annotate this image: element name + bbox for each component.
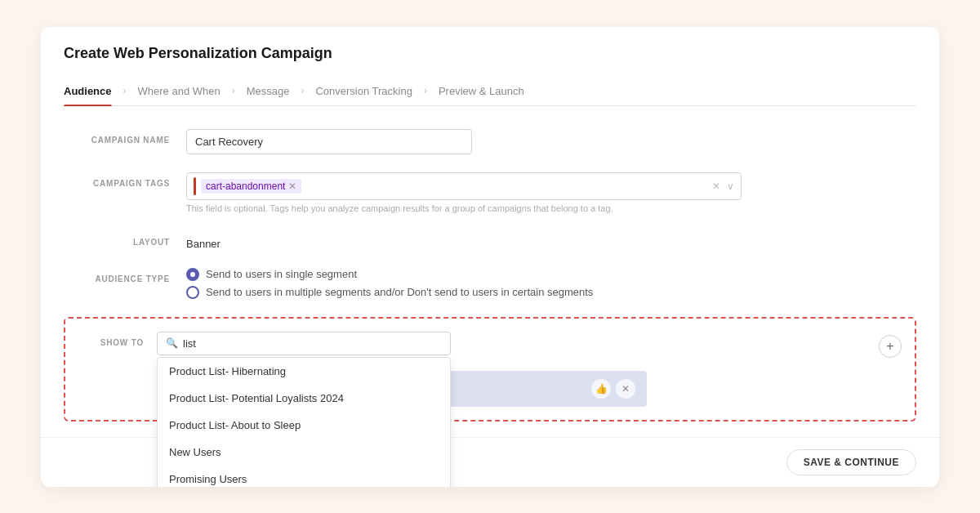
chevron-icon-1: › [123, 85, 127, 96]
layout-row: LAYOUT Banner [64, 231, 916, 250]
tags-chevron-icon[interactable]: ∨ [727, 181, 734, 192]
layout-label: LAYOUT [64, 231, 170, 247]
campaign-name-row: CAMPAIGN NAME [64, 129, 916, 154]
tag-left-bar [194, 177, 196, 195]
dropdown-item-3[interactable]: Product List- About to Sleep [158, 412, 450, 439]
campaign-tags-label: CAMPAIGN TAGS [64, 172, 170, 188]
tags-clear-icon[interactable]: ✕ [712, 181, 720, 192]
radio-filled-icon [186, 268, 199, 281]
show-to-label: SHOW TO [78, 332, 144, 347]
dropdown-item-2[interactable]: Product List- Potential Loyalists 2024 [158, 385, 450, 412]
dropdown-item-1[interactable]: Product List- Hibernating [158, 358, 450, 385]
tags-right-controls: ✕ ∨ [712, 181, 734, 192]
dropdown-item-4[interactable]: New Users [158, 439, 450, 466]
show-to-inner: SHOW TO 🔍 Product List- Hibernating Prod… [78, 332, 902, 358]
audience-type-label: AUDIENCE TYPE [64, 268, 170, 283]
search-input-wrap[interactable]: 🔍 [157, 332, 451, 355]
step-where-when[interactable]: Where and When [138, 77, 220, 105]
steps-bar: Audience › Where and When › Message › Co… [64, 77, 916, 106]
dropdown-area: 🔍 Product List- Hibernating Product List… [157, 332, 866, 355]
save-continue-button[interactable]: SAVE & CONTINUE [786, 449, 916, 475]
step-audience[interactable]: Audience [64, 77, 112, 105]
audience-type-control: Send to users in single segment Send to … [186, 268, 916, 299]
dropdown-item-5[interactable]: Promising Users [158, 466, 450, 487]
step-message[interactable]: Message [247, 77, 290, 105]
campaign-name-label: CAMPAIGN NAME [64, 129, 170, 145]
feedback-icons: 👍 ✕ [591, 379, 635, 399]
feedback-close-icon[interactable]: ✕ [616, 379, 635, 399]
chevron-icon-4: › [424, 85, 427, 96]
audience-options: Send to users in single segment Send to … [186, 268, 916, 299]
campaign-name-input[interactable] [186, 129, 472, 154]
feedback-thumbup-icon[interactable]: 👍 [591, 379, 611, 399]
tags-hint: This field is optional. Tags help you an… [186, 203, 916, 213]
modal-header: Create Web Personalization Campaign Audi… [41, 27, 939, 106]
modal-body: CAMPAIGN NAME CAMPAIGN TAGS cart-abandon… [41, 106, 939, 487]
campaign-tags-control: cart-abandonment ✕ ✕ ∨ This field is opt… [186, 172, 916, 213]
campaign-tags-row: CAMPAIGN TAGS cart-abandonment ✕ ✕ ∨ Thi… [64, 172, 916, 213]
layout-text: Banner [186, 231, 916, 250]
tag-remove-icon[interactable]: ✕ [288, 181, 296, 192]
show-to-search-input[interactable] [183, 337, 442, 350]
audience-type-row: AUDIENCE TYPE Send to users in single se… [64, 268, 916, 299]
show-to-section: SHOW TO 🔍 Product List- Hibernating Prod… [64, 317, 916, 422]
chevron-icon-3: › [301, 85, 304, 96]
modal-title: Create Web Personalization Campaign [64, 45, 916, 62]
campaign-name-control [186, 129, 916, 154]
audience-option-1-row[interactable]: Send to users in single segment [186, 268, 916, 281]
layout-value: Banner [186, 231, 916, 250]
audience-option-2-row[interactable]: Send to users in multiple segments and/o… [186, 286, 916, 299]
tags-container[interactable]: cart-abandonment ✕ ✕ ∨ [186, 172, 742, 200]
chevron-icon-2: › [232, 85, 235, 96]
search-icon: 🔍 [166, 337, 178, 349]
dropdown-list: Product List- Hibernating Product List- … [157, 357, 451, 487]
tag-badge: cart-abandonment ✕ [201, 179, 301, 194]
modal-container: Create Web Personalization Campaign Audi… [41, 27, 939, 487]
step-preview[interactable]: Preview & Launch [439, 77, 524, 105]
add-segment-button[interactable]: + [879, 335, 902, 358]
step-conversion[interactable]: Conversion Tracking [315, 77, 412, 105]
radio-empty-icon [186, 286, 199, 299]
